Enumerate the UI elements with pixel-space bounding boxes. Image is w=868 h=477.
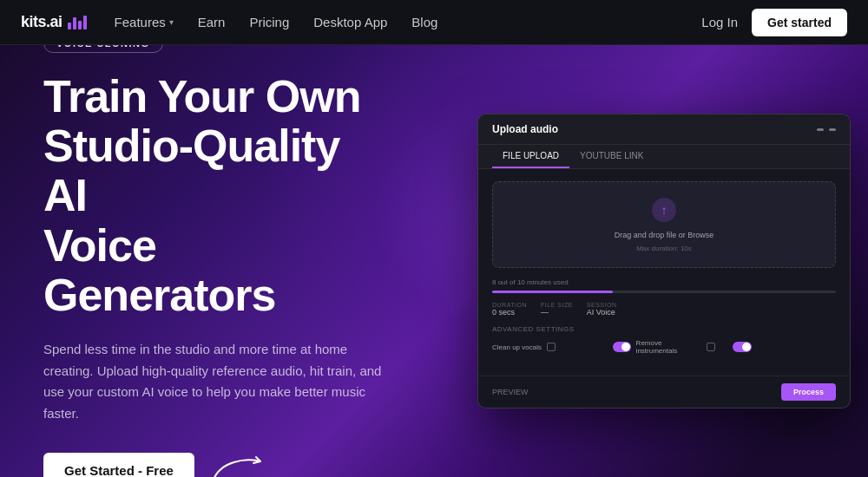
titlebar-close[interactable] <box>829 128 836 131</box>
remove-instrumentals-label: Remove instrumentals <box>636 339 702 355</box>
titlebar-minimize[interactable] <box>817 128 824 131</box>
app-footer: PREVIEW Process <box>478 376 850 408</box>
arrow-graphic <box>208 453 269 477</box>
stats-row: DURATION 0 secs FILE SIZE — SESSION AI V… <box>492 302 836 317</box>
hero-cta-button[interactable]: Get Started - Free <box>43 453 194 477</box>
checkbox-icon-2 <box>707 343 715 351</box>
upload-zone[interactable]: Drag and drop file or Browse Max duratio… <box>492 181 836 268</box>
stat-session: SESSION AI Voice <box>587 302 617 317</box>
toggle-switch-on[interactable] <box>613 342 631 352</box>
tab-file-upload[interactable]: FILE UPLOAD <box>492 145 569 168</box>
hero-title: Train Your Own Studio-Quality AI Voice G… <box>43 72 382 320</box>
login-link[interactable]: Log In <box>701 15 738 29</box>
progress-section: 8 out of 10 minutes used <box>492 278 836 293</box>
app-titlebar: Upload audio <box>478 114 850 145</box>
remove-instrumentals-checkbox[interactable] <box>707 343 715 351</box>
hero-left: VOICE CLONING Train Your Own Studio-Qual… <box>0 45 425 477</box>
logo[interactable]: kits.ai <box>21 13 87 31</box>
clean-up-vocals-checkbox[interactable] <box>547 343 556 351</box>
process-button[interactable]: Process <box>781 383 836 401</box>
remove-instrumentals-toggle: Remove instrumentals <box>613 339 716 355</box>
cta-area: Get Started - Free <box>43 453 382 477</box>
stat-file-size: FILE SIZE — <box>541 302 573 317</box>
clean-up-vocals-toggle: Clean up vocals <box>492 343 595 351</box>
checkbox-icon <box>547 343 556 351</box>
navbar: kits.ai Features ▾ Earn Pricing Desktop … <box>0 0 868 45</box>
hero-description: Spend less time in the studio and more t… <box>43 339 382 425</box>
get-started-button[interactable]: Get started <box>752 9 847 36</box>
nav-blog[interactable]: Blog <box>411 15 437 29</box>
advanced-section: ADVANCED SETTINGS Clean up vocals Remove… <box>492 325 836 355</box>
third-toggle <box>733 342 836 352</box>
curved-arrow-icon <box>208 453 269 477</box>
nav-features[interactable]: Features ▾ <box>115 15 174 29</box>
hero-section: VOICE CLONING Train Your Own Studio-Qual… <box>0 45 868 477</box>
logo-text: kits.ai <box>21 13 62 31</box>
advanced-label: ADVANCED SETTINGS <box>492 325 836 333</box>
nav-earn[interactable]: Earn <box>198 15 226 29</box>
logo-icon <box>68 16 87 29</box>
nav-links: Features ▾ Earn Pricing Desktop App Blog <box>115 15 702 29</box>
tab-youtube-link[interactable]: YOUTUBE LINK <box>569 145 654 168</box>
progress-label-row: 8 out of 10 minutes used <box>492 278 836 286</box>
app-title: Upload audio <box>492 123 558 135</box>
clean-up-vocals-label: Clean up vocals <box>492 343 542 351</box>
app-tabs: FILE UPLOAD YOUTUBE LINK <box>478 145 850 169</box>
nav-pricing[interactable]: Pricing <box>249 15 289 29</box>
nav-right: Log In Get started <box>701 9 847 36</box>
progress-label: 8 out of 10 minutes used <box>492 278 569 286</box>
upload-subtext: Max duration: 10s <box>636 245 692 252</box>
titlebar-controls <box>817 128 836 131</box>
app-screenshot-container: Upload audio FILE UPLOAD YOUTUBE LINK Dr… <box>477 114 851 408</box>
stat-duration: DURATION 0 secs <box>492 302 527 317</box>
toggle-row: Clean up vocals Remove instrumentals <box>492 339 836 355</box>
progress-bar-fill <box>492 291 613 293</box>
app-body: Drag and drop file or Browse Max duratio… <box>478 169 850 376</box>
upload-text: Drag and drop file or Browse <box>615 231 714 239</box>
upload-icon <box>652 198 676 222</box>
voice-cloning-badge: VOICE CLONING <box>43 45 163 53</box>
app-screenshot: Upload audio FILE UPLOAD YOUTUBE LINK Dr… <box>477 114 851 408</box>
nav-desktop-app[interactable]: Desktop App <box>313 15 387 29</box>
chevron-down-icon: ▾ <box>169 17 174 27</box>
toggle-switch-on-2[interactable] <box>733 342 752 352</box>
progress-bar-bg <box>492 291 836 293</box>
preview-label: PREVIEW <box>492 388 529 396</box>
